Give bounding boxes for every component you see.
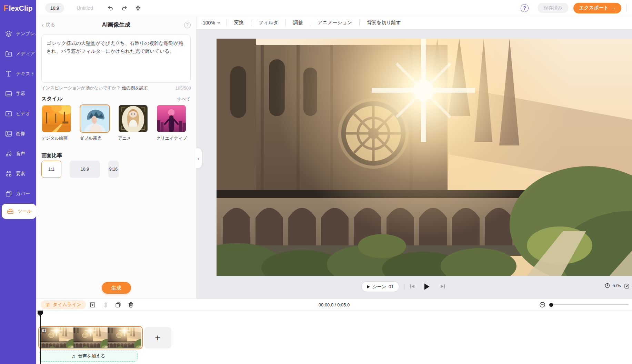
help-icon[interactable]: ? [521, 4, 529, 12]
timeline-section: タイムライン 00:00.0 / 0:05.0 01 + ♫ 音声を [36, 299, 632, 364]
compress-icon[interactable] [132, 3, 144, 13]
inspiration-row: インスピレーションが湧かないですか？ 他の例を試す 105/500 [41, 85, 191, 91]
topbar-divider [626, 4, 626, 12]
scene-label: シーン [372, 284, 386, 290]
back-label: 戻る [46, 22, 55, 28]
duplicate-icon[interactable] [113, 301, 122, 309]
filter-menu[interactable]: フィルタ [251, 20, 285, 26]
try-examples-link[interactable]: 他の例を試す [122, 85, 148, 91]
add-scene-button[interactable]: + [144, 327, 171, 348]
export-button[interactable]: エクスポート → [573, 3, 621, 13]
saved-status: 保存済み [538, 3, 569, 13]
timecode: 00:00.0 / 0:05.0 [319, 299, 350, 311]
sidebar-label: 画像 [16, 131, 25, 137]
sidebar-label: テキスト [16, 71, 35, 77]
timeline-zoom-slider[interactable] [550, 304, 629, 305]
music-note-icon: ♫ [71, 353, 75, 359]
panel-header: ‹ 戻る AI画像生成 ? [36, 16, 196, 33]
back-button[interactable]: ‹ 戻る [42, 22, 55, 28]
style-option-creative[interactable]: クリエイティブ [156, 104, 187, 141]
undo-icon[interactable] [105, 3, 117, 13]
music-note-icon [4, 150, 13, 158]
style-label: アニメ [118, 135, 148, 141]
flexclip-logo[interactable]: FlexClip [0, 0, 36, 16]
text-icon [4, 70, 13, 78]
shapes-icon [4, 170, 13, 178]
sidebar-nav: テンプレ... メディア テキスト 字幕 ビデオ 画像 [0, 24, 36, 219]
duration-badge[interactable]: 5.0s [604, 283, 621, 289]
sidebar-item-video[interactable]: ビデオ [0, 104, 36, 124]
playhead[interactable] [38, 311, 43, 316]
subtitles-icon [4, 90, 13, 98]
sidebar-item-media[interactable]: メディア [0, 44, 36, 64]
fit-screen-icon[interactable] [624, 283, 631, 290]
playhead-flag[interactable] [38, 311, 43, 316]
zoom-out-icon[interactable] [539, 301, 546, 308]
style-label: クリエイティブ [156, 135, 187, 141]
timeline-toggle[interactable]: タイムライン [41, 300, 86, 309]
panel-collapse-toggle[interactable]: ‹ [195, 148, 202, 168]
image-icon [4, 130, 13, 138]
style-label: ダブル露光 [80, 135, 110, 141]
panel-help-icon[interactable]: ? [184, 22, 191, 28]
trash-icon[interactable] [126, 301, 135, 309]
clip-thumb [108, 327, 141, 348]
prompt-input[interactable]: ゴシック様式の大聖堂がそびえ立ち、石造りの複雑な彫刻が施され、バラ窓がフィルター… [41, 34, 191, 83]
toolbox-icon [6, 207, 14, 215]
logo-text: lexClip [9, 4, 33, 12]
video-canvas[interactable] [217, 39, 632, 276]
sidebar-label: ビデオ [16, 111, 30, 117]
zoom-value: 100% [203, 20, 215, 26]
sidebar-label: メディア [16, 51, 35, 57]
ratio-heading: 画面比率 [41, 152, 62, 159]
style-thumb-double-exposure [80, 104, 110, 133]
sidebar-label: ツール [18, 208, 32, 214]
canvas-area: 100% 変換 フィルタ 調整 アニメーション 背景を切り離す シーン 01 [197, 16, 632, 299]
duration-value: 5.0s [612, 283, 621, 288]
style-thumb-digital-painting [41, 104, 72, 133]
sidebar-item-audio[interactable]: 音声 [0, 144, 36, 164]
transform-menu[interactable]: 変換 [227, 20, 251, 26]
add-clip-icon[interactable] [88, 301, 97, 309]
zoom-select[interactable]: 100% [203, 20, 227, 26]
panel-title: AI画像生成 [36, 21, 196, 29]
add-audio-button[interactable]: ♫ 音声を加える [39, 351, 138, 362]
sidebar-item-text[interactable]: テキスト [0, 64, 36, 84]
sidebar-item-cover[interactable]: カバー [0, 184, 36, 204]
project-title[interactable]: Untitled [77, 5, 93, 11]
adjust-menu[interactable]: 調整 [286, 20, 310, 26]
play-icon[interactable] [420, 280, 432, 293]
remove-background-menu[interactable]: 背景を切り離す [360, 20, 408, 26]
playback-divider [404, 284, 404, 290]
sidebar-item-templates[interactable]: テンプレ... [0, 24, 36, 44]
style-option-anime[interactable]: アニメ [118, 104, 148, 141]
sidebar-label: テンプレ... [16, 31, 36, 37]
ratio-option-9-16[interactable]: 9:16 [108, 161, 119, 178]
skip-end-icon[interactable] [437, 280, 449, 293]
ratio-options: 1:1 16:9 9:16 [41, 161, 119, 178]
animation-menu[interactable]: アニメーション [310, 20, 359, 26]
sidebar-item-tools[interactable]: ツール [2, 204, 36, 219]
scene-clip[interactable]: 01 [38, 326, 143, 349]
slider-handle[interactable] [549, 303, 553, 307]
split-icon[interactable] [101, 301, 110, 309]
style-option-double-exposure[interactable]: ダブル露光 [80, 104, 110, 141]
scene-selector[interactable]: シーン 01 [361, 281, 399, 292]
scene-number: 01 [389, 284, 393, 289]
redo-icon[interactable] [119, 3, 130, 13]
style-all-link[interactable]: すべて [177, 96, 191, 102]
style-thumb-creative [156, 104, 187, 133]
sidebar-item-elements[interactable]: 要素 [0, 164, 36, 184]
aspect-ratio-button[interactable]: 16:9 [45, 3, 64, 13]
sidebar-item-image[interactable]: 画像 [0, 124, 36, 144]
ratio-option-16-9[interactable]: 16:9 [70, 161, 100, 178]
style-option-digital-painting[interactable]: デジタル絵画 [41, 104, 72, 141]
cover-icon [4, 190, 13, 198]
media-folder-icon [4, 50, 13, 58]
clip-thumbnails: 01 [40, 327, 141, 348]
ratio-option-1-1[interactable]: 1:1 [41, 161, 61, 178]
skip-start-icon[interactable] [406, 280, 419, 293]
sidebar-item-subtitles[interactable]: 字幕 [0, 84, 36, 104]
cathedral-image [217, 39, 632, 276]
generate-button[interactable]: 生成 [102, 282, 131, 294]
